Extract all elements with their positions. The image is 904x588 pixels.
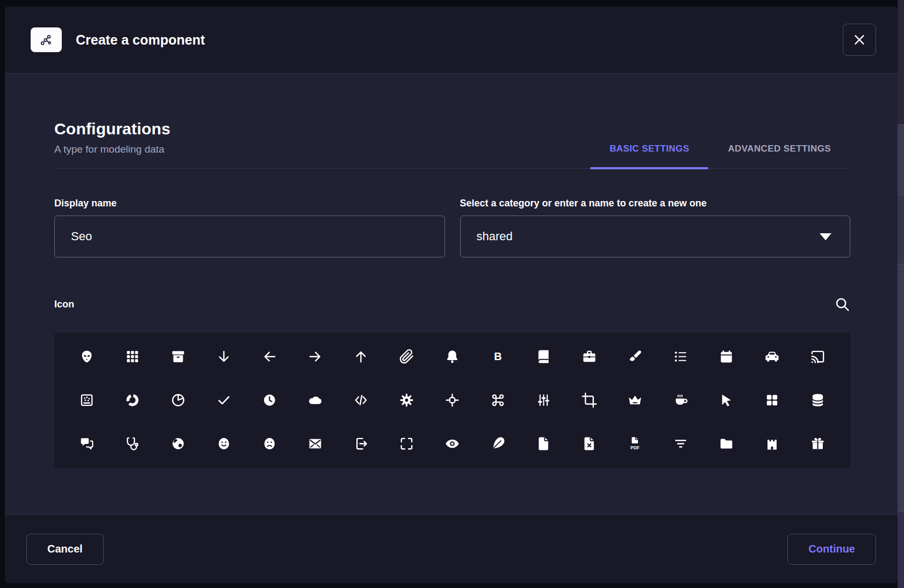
code-icon[interactable] [353, 392, 369, 408]
command-icon[interactable] [490, 392, 506, 408]
close-icon [852, 33, 866, 47]
sliders-icon[interactable] [536, 392, 551, 408]
database-icon[interactable] [810, 392, 826, 408]
settings-tabs: BASIC SETTINGS ADVANCED SETTINGS [590, 144, 850, 168]
icon-section-header: Icon [54, 296, 850, 312]
form-row: Display name Select a category or enter … [54, 198, 850, 257]
collapse-icon[interactable] [444, 392, 460, 408]
category-selected-value: shared [477, 230, 513, 243]
arrow-right-icon[interactable] [307, 349, 323, 364]
tab-advanced-settings[interactable]: ADVANCED SETTINGS [708, 144, 850, 168]
continue-button[interactable]: Continue [787, 534, 876, 565]
icon-label: Icon [54, 299, 74, 310]
filter-icon[interactable] [673, 436, 688, 451]
arrow-down-icon[interactable] [216, 349, 232, 364]
chart-pie-icon[interactable] [170, 392, 186, 408]
display-name-input[interactable] [54, 216, 445, 257]
icon-grid [54, 333, 850, 468]
eye-icon[interactable] [444, 436, 460, 451]
archive-icon[interactable] [170, 349, 186, 364]
exit-icon[interactable] [353, 436, 369, 451]
brush-icon[interactable] [627, 349, 643, 364]
cup-icon[interactable] [673, 392, 688, 408]
envelope-icon[interactable] [307, 436, 323, 451]
emotion-unhappy-icon[interactable] [262, 436, 277, 451]
file-icon[interactable] [536, 436, 551, 451]
book-icon[interactable] [536, 349, 551, 364]
icon-search-button[interactable] [834, 296, 850, 312]
section-title: Configurations [54, 120, 170, 138]
modal-title: Create a component [76, 32, 205, 48]
display-name-field-group: Display name [54, 198, 445, 257]
page-edge-segment [898, 264, 904, 512]
crop-icon[interactable] [582, 392, 597, 408]
file-pdf-icon[interactable] [627, 436, 643, 451]
category-select[interactable]: shared [460, 216, 851, 257]
page-edge-segment [898, 195, 904, 264]
crown-icon[interactable] [627, 392, 643, 408]
section-title-block: Configurations A type for modeling data [54, 120, 170, 168]
page-edge-segment [898, 0, 904, 125]
expand-icon[interactable] [399, 436, 414, 451]
car-icon[interactable] [764, 349, 780, 364]
page-edge-segment [898, 512, 904, 588]
attachment-icon[interactable] [399, 349, 414, 364]
arrow-left-icon[interactable] [262, 349, 277, 364]
modal-header: Create a component [5, 6, 898, 74]
gift-icon[interactable] [810, 436, 826, 451]
chart-bubble-icon[interactable] [79, 392, 95, 408]
category-field-group: Select a category or enter a name to cre… [460, 198, 851, 257]
clock-icon[interactable] [262, 392, 277, 408]
discuss-icon[interactable] [79, 436, 95, 451]
page-edge-segment [898, 125, 904, 195]
arrow-up-icon[interactable] [353, 349, 369, 364]
bullet-list-icon[interactable] [673, 349, 688, 364]
chevron-down-icon [820, 233, 831, 240]
apps-icon[interactable] [125, 349, 140, 364]
fort-icon[interactable] [764, 436, 780, 451]
create-component-modal: Create a component Configurations A type… [5, 6, 898, 583]
tab-basic-settings[interactable]: BASIC SETTINGS [590, 144, 708, 168]
cog-icon[interactable] [399, 392, 414, 408]
cast-icon[interactable] [810, 349, 826, 364]
earth-icon[interactable] [170, 436, 186, 451]
cancel-button[interactable]: Cancel [26, 534, 104, 565]
chart-circle-icon[interactable] [125, 392, 140, 408]
display-name-label: Display name [54, 198, 445, 209]
alien-icon[interactable] [79, 349, 95, 364]
cloud-icon[interactable] [307, 392, 323, 408]
doctor-icon[interactable] [125, 436, 140, 451]
section-header: Configurations A type for modeling data … [54, 120, 850, 169]
bold-icon[interactable] [490, 349, 506, 364]
component-icon [31, 27, 62, 52]
feather-icon[interactable] [490, 436, 506, 451]
category-label: Select a category or enter a name to cre… [460, 198, 851, 209]
calendar-icon[interactable] [719, 349, 734, 364]
close-button[interactable] [843, 24, 876, 56]
section-subtitle: A type for modeling data [54, 144, 170, 155]
search-icon [834, 296, 850, 312]
folder-icon[interactable] [719, 436, 734, 451]
file-error-icon[interactable] [582, 436, 597, 451]
emotion-happy-icon[interactable] [216, 436, 232, 451]
briefcase-icon[interactable] [582, 349, 597, 364]
cursor-icon[interactable] [719, 392, 734, 408]
modal-body: Configurations A type for modeling data … [5, 74, 898, 514]
check-icon[interactable] [216, 392, 232, 408]
page-edge-strip [898, 0, 904, 588]
dashboard-icon[interactable] [764, 392, 780, 408]
modal-footer: Cancel Continue [5, 514, 898, 583]
bell-icon[interactable] [444, 349, 460, 364]
